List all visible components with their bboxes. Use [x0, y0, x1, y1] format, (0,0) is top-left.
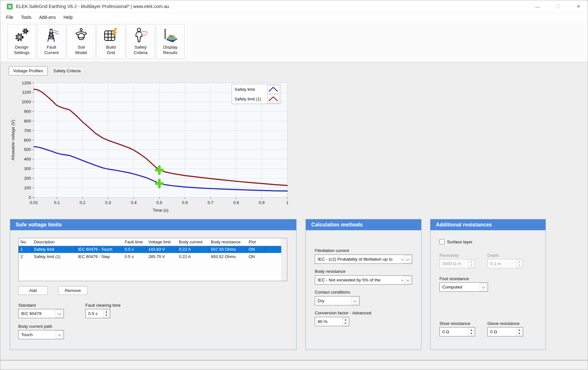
shoe-resistance-stepper[interactable]: 0 Ω	[439, 327, 475, 336]
spin-down-icon[interactable]	[516, 264, 522, 268]
menu-help[interactable]: Help	[63, 14, 76, 21]
contact-conditions-select[interactable]: Dry	[315, 296, 360, 305]
spin-up-icon[interactable]	[468, 328, 474, 332]
spin-down-icon[interactable]	[343, 322, 348, 326]
toolbar-label: Fault	[44, 44, 58, 50]
spin-down-icon[interactable]	[516, 332, 522, 336]
conversion-factor-stepper[interactable]: 80 %	[315, 317, 349, 326]
maximize-button[interactable]: ☐	[553, 2, 563, 11]
fibrillation-current-select[interactable]: IEC - (c2) Probability of fibrillation u…	[315, 255, 412, 264]
col-header-body-current[interactable]: Body current	[177, 238, 209, 246]
spin-up-icon[interactable]	[104, 310, 109, 314]
col-header-description[interactable]: Description	[32, 238, 76, 246]
foot-resistance-value: Computed	[440, 285, 480, 289]
spin-up-icon[interactable]	[516, 260, 522, 264]
legend-swatch-red	[267, 95, 279, 103]
panel-title: Safe voltage limits	[10, 219, 296, 230]
body-resistance-select[interactable]: IEC - Not exceeded by 5% of the ↘	[315, 275, 412, 285]
glove-resistance-value: 0 Ω	[488, 329, 516, 334]
standard-select[interactable]: IEC 60479	[18, 309, 64, 318]
chevron-down-icon[interactable]	[351, 297, 359, 305]
toolbar-label: Settings	[14, 50, 30, 55]
safety-criteria-button[interactable]: Safety Criteria	[126, 24, 155, 59]
table-scrollbar[interactable]	[281, 238, 287, 281]
spin-down-icon[interactable]	[468, 264, 474, 268]
svg-text:400: 400	[24, 157, 31, 161]
fault-clearing-time-label: Fault clearing time	[85, 303, 120, 308]
toolbar-label: Design	[14, 44, 30, 50]
table-row[interactable]: 1 Safety limit IEC 60479 - Touch 0.5 s 1…	[19, 246, 281, 253]
fault-clearing-time-stepper[interactable]: 0.5 s	[85, 309, 110, 318]
title-bar: ELEK SafeGrid Earthing V6.2 - Multilayer…	[0, 0, 588, 13]
cell-body-resistance: 507.33 Ohms	[209, 246, 247, 253]
cell-no: 1	[19, 246, 32, 253]
text-overflow-icon: ↘	[401, 278, 403, 282]
menu-file[interactable]: File	[6, 14, 17, 21]
minimize-button[interactable]: —	[533, 2, 542, 11]
col-header-body-resistance[interactable]: Body resistance	[209, 238, 247, 246]
menu-tools[interactable]: Tools	[21, 14, 35, 21]
col-header-standard[interactable]	[76, 238, 123, 246]
main-toolbar: Design Settings Fault Current	[0, 21, 588, 62]
toolbar-label: Results	[163, 50, 177, 55]
svg-text:0.01: 0.01	[30, 200, 38, 205]
fault-current-button[interactable]: Fault Current	[37, 24, 66, 59]
contact-conditions-label: Contact conditions	[315, 290, 350, 295]
close-button[interactable]: ✕	[574, 2, 583, 11]
spin-down-icon[interactable]	[468, 332, 474, 336]
soil-model-button[interactable]: Soil Model	[67, 24, 96, 59]
cell-fault-time: 0.5 s	[123, 246, 146, 253]
spin-up-icon[interactable]	[516, 328, 522, 332]
cell-fault-time: 0.5 s	[123, 253, 146, 260]
remove-button[interactable]: Remove	[58, 286, 88, 295]
chevron-down-icon[interactable]	[404, 255, 411, 263]
cell-plot: ON	[247, 253, 265, 260]
svg-text:0.7: 0.7	[208, 200, 213, 205]
svg-text:600: 600	[24, 138, 31, 143]
svg-text:800: 800	[24, 119, 31, 123]
cell-no: 2	[19, 253, 32, 260]
legend-item-safety-limit-1[interactable]: Safety limit (1)	[232, 94, 281, 104]
menu-addons[interactable]: Add-ons	[39, 14, 59, 21]
svg-text:1: 1	[286, 200, 288, 205]
standard-value: IEC 60479	[19, 311, 56, 316]
chevron-down-icon[interactable]	[404, 276, 411, 284]
spin-up-icon[interactable]	[468, 260, 474, 264]
toolbar-label: Model	[75, 50, 87, 55]
additional-resistances-panel: Additional resistances Surface layer Res…	[430, 219, 546, 350]
col-header-plot[interactable]: Plot	[247, 238, 265, 246]
safe-voltage-limits-panel: Safe voltage limits No. Description Faul…	[10, 219, 297, 350]
display-results-button[interactable]: Display Results	[156, 24, 185, 59]
tab-safety-criteria[interactable]: Safety Criteria	[49, 66, 85, 75]
spin-up-icon[interactable]	[343, 318, 348, 322]
foot-resistance-select[interactable]: Computed	[439, 282, 488, 292]
resistivity-stepper[interactable]: 3000 Ω.m	[439, 259, 475, 268]
table-row[interactable]: 2 Safety limit (1) IEC 60479 - Step 0.5 …	[19, 253, 281, 261]
chevron-down-icon[interactable]	[56, 310, 63, 318]
col-header-no[interactable]: No.	[19, 238, 32, 246]
svg-text:1200: 1200	[22, 81, 31, 85]
spin-down-icon[interactable]	[104, 314, 109, 318]
glove-resistance-stepper[interactable]: 0 Ω	[487, 327, 523, 336]
chevron-down-icon[interactable]	[480, 283, 487, 291]
legend-item-safety-limit[interactable]: Safety limit	[232, 84, 281, 94]
surface-layer-checkbox[interactable]	[439, 239, 445, 244]
depth-stepper[interactable]: 0.1 m	[487, 259, 523, 268]
transmission-tower-icon	[43, 27, 59, 43]
body-resistance-label: Body resistance	[315, 269, 345, 274]
col-header-voltage-limit[interactable]: Voltage limit	[146, 238, 177, 246]
add-button[interactable]: Add	[18, 286, 48, 295]
conversion-factor-value: 80 %	[315, 319, 342, 324]
svg-text:0.5: 0.5	[156, 200, 162, 205]
svg-text:0.9: 0.9	[259, 200, 265, 205]
design-settings-button[interactable]: Design Settings	[7, 24, 36, 59]
build-grid-button[interactable]: Build Grid	[97, 24, 125, 59]
chevron-down-icon[interactable]	[56, 331, 63, 339]
body-current-path-select[interactable]: Touch	[18, 330, 64, 339]
svg-text:0.1: 0.1	[54, 200, 60, 205]
svg-text:0.8: 0.8	[233, 200, 239, 205]
svg-text:1100: 1100	[22, 90, 31, 95]
col-header-fault-time[interactable]: Fault time	[123, 238, 146, 246]
svg-text:900: 900	[24, 109, 31, 114]
tab-voltage-profiles[interactable]: Voltage Profiles	[9, 66, 48, 75]
